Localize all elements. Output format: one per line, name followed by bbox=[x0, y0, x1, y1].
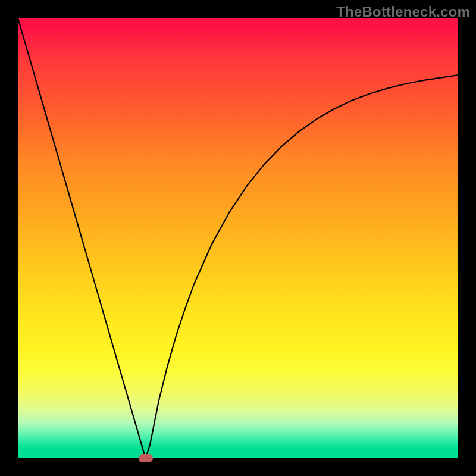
plot-area bbox=[18, 18, 458, 458]
watermark-text: TheBottleneck.com bbox=[336, 4, 470, 20]
bottleneck-curve bbox=[18, 18, 458, 458]
optimum-marker bbox=[139, 454, 153, 462]
